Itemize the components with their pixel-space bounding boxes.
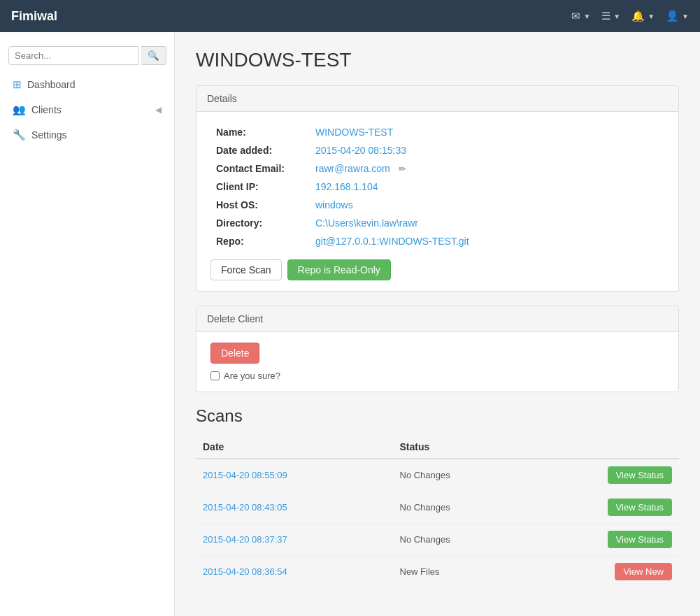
- host-os-label: Host OS:: [212, 196, 310, 213]
- client-ip-value: 192.168.1.104: [315, 181, 378, 192]
- search-input[interactable]: [8, 46, 138, 65]
- details-panel-body: Name: WINDOWS-TEST Date added: 2015-04-2…: [197, 112, 678, 291]
- navbar-icons: ✉ ▼ ☰ ▼ 🔔 ▼ 👤 ▼: [571, 10, 689, 22]
- list-nav-button[interactable]: ☰ ▼: [601, 10, 620, 22]
- collapse-icon: ◀: [155, 105, 162, 115]
- main-layout: 🔍 ⊞ Dashboard 👥 Clients ◀ 🔧 Sett: [0, 32, 700, 616]
- are-you-sure-checkbox[interactable]: [210, 371, 220, 380]
- scan-status: New Files: [393, 556, 522, 588]
- col-action: [522, 436, 679, 459]
- col-date: Date: [196, 436, 393, 459]
- delete-panel-body: Delete Are you sure?: [197, 332, 678, 392]
- date-added-label: Date added:: [212, 142, 310, 159]
- scan-action-cell: View Status: [522, 524, 679, 556]
- detail-row-date: Date added: 2015-04-20 08:15:33: [212, 142, 663, 159]
- scan-status: No Changes: [393, 524, 522, 556]
- sidebar-label-dashboard: Dashboard: [27, 79, 76, 90]
- scan-row: 2015-04-20 08:43:05No ChangesView Status: [196, 492, 679, 524]
- scans-table: Date Status 2015-04-20 08:55:09No Change…: [196, 436, 679, 587]
- page-title: WINDOWS-TEST: [196, 49, 679, 71]
- main-content: WINDOWS-TEST Details Name: WINDOWS-TEST …: [175, 32, 700, 616]
- repo-label: Repo:: [212, 233, 310, 250]
- search-button[interactable]: 🔍: [141, 46, 166, 65]
- scan-date: 2015-04-20 08:55:09: [196, 459, 393, 492]
- directory-value: C:\Users\kevin.law\rawr: [315, 217, 418, 229]
- col-status: Status: [393, 436, 522, 459]
- delete-panel: Delete Client Delete Are you sure?: [196, 306, 679, 392]
- view-status-button[interactable]: View Status: [608, 499, 672, 516]
- detail-row-directory: Directory: C:\Users\kevin.law\rawr: [212, 215, 663, 231]
- host-os-value: windows: [315, 199, 353, 210]
- detail-row-repo: Repo: git@127.0.0.1:WINDOWS-TEST.git: [212, 233, 663, 250]
- force-scan-button[interactable]: Force Scan: [210, 259, 282, 280]
- bell-nav-button[interactable]: 🔔 ▼: [631, 10, 655, 22]
- directory-label: Directory:: [212, 215, 310, 231]
- detail-row-os: Host OS: windows: [212, 196, 663, 213]
- detail-row-name: Name: WINDOWS-TEST: [212, 124, 663, 141]
- contact-email-label: Contact Email:: [212, 160, 310, 177]
- sidebar-nav: ⊞ Dashboard 👥 Clients ◀ 🔧 Settings: [0, 72, 174, 148]
- detail-row-ip: Client IP: 192.168.1.104: [212, 178, 663, 195]
- contact-email-value: rawr@rawra.com: [315, 163, 390, 174]
- view-new-button[interactable]: View New: [615, 563, 672, 580]
- scan-action-cell: View Status: [522, 492, 679, 524]
- details-table: Name: WINDOWS-TEST Date added: 2015-04-2…: [210, 122, 664, 251]
- detail-row-email: Contact Email: rawr@rawra.com ✏: [212, 160, 663, 177]
- are-you-sure-label: Are you sure?: [224, 371, 280, 381]
- name-value: WINDOWS-TEST: [315, 127, 393, 138]
- brand-logo: Fimiwal: [11, 9, 571, 24]
- scans-title: Scans: [196, 406, 679, 426]
- search-icon: 🔍: [148, 50, 159, 61]
- client-ip-label: Client IP:: [212, 178, 310, 195]
- delete-button[interactable]: Delete: [210, 343, 259, 364]
- scans-table-header-row: Date Status: [196, 436, 679, 459]
- date-added-value: 2015-04-20 08:15:33: [315, 145, 406, 156]
- sidebar-label-settings: Settings: [31, 129, 67, 141]
- delete-panel-header: Delete Client: [197, 306, 678, 332]
- user-nav-button[interactable]: 👤 ▼: [666, 10, 689, 22]
- name-label: Name:: [212, 124, 310, 141]
- repo-read-only-button[interactable]: Repo is Read-Only: [287, 259, 391, 280]
- sidebar-label-clients: Clients: [31, 104, 62, 115]
- sidebar-item-clients[interactable]: 👥 Clients ◀: [0, 97, 174, 122]
- scan-row: 2015-04-20 08:37:37No ChangesView Status: [196, 524, 679, 556]
- sidebar-item-settings[interactable]: 🔧 Settings: [0, 122, 174, 148]
- email-nav-button[interactable]: ✉ ▼: [571, 10, 590, 22]
- view-status-button[interactable]: View Status: [608, 466, 672, 484]
- repo-value: git@127.0.0.1:WINDOWS-TEST.git: [315, 236, 469, 247]
- scan-action-cell: View New: [522, 556, 679, 588]
- settings-icon: 🔧: [13, 129, 26, 141]
- scan-status: No Changes: [393, 459, 522, 492]
- dashboard-icon: ⊞: [13, 78, 22, 91]
- scan-date: 2015-04-20 08:37:37: [196, 524, 393, 556]
- clients-icon: 👥: [13, 103, 26, 116]
- scan-date: 2015-04-20 08:36:54: [196, 556, 393, 588]
- details-panel-header: Details: [197, 86, 678, 112]
- scan-status: No Changes: [393, 492, 522, 524]
- confirm-row: Are you sure?: [210, 371, 664, 381]
- view-status-button[interactable]: View Status: [608, 531, 672, 548]
- details-panel: Details Name: WINDOWS-TEST Date added: 2…: [196, 85, 679, 292]
- edit-email-icon[interactable]: ✏: [399, 164, 406, 174]
- sidebar-item-dashboard[interactable]: ⊞ Dashboard: [0, 72, 174, 97]
- navbar: Fimiwal ✉ ▼ ☰ ▼ 🔔 ▼ 👤 ▼: [0, 0, 700, 32]
- sidebar: 🔍 ⊞ Dashboard 👥 Clients ◀ 🔧 Sett: [0, 32, 175, 616]
- scan-row: 2015-04-20 08:36:54New FilesView New: [196, 556, 679, 588]
- scan-action-cell: View Status: [522, 459, 679, 492]
- details-actions-row: Force Scan Repo is Read-Only: [210, 259, 664, 280]
- sidebar-search-container: 🔍: [0, 39, 174, 72]
- scan-row: 2015-04-20 08:55:09No ChangesView Status: [196, 459, 679, 492]
- scan-date: 2015-04-20 08:43:05: [196, 492, 393, 524]
